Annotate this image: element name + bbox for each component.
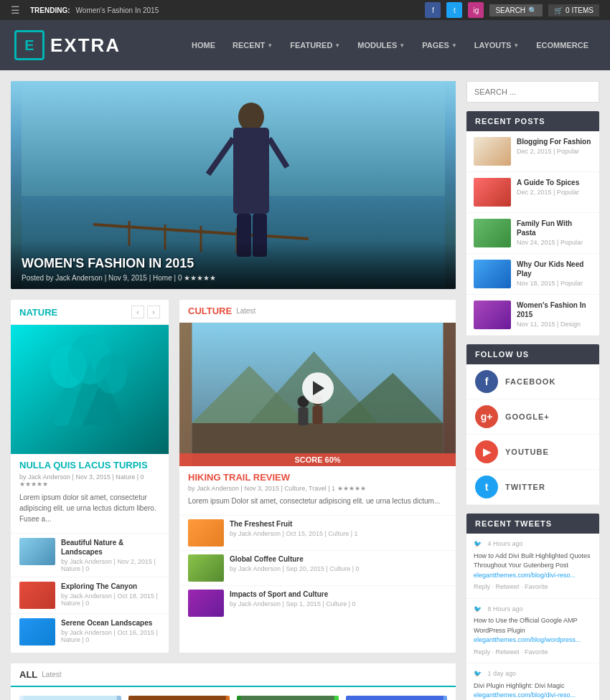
search-icon: 🔍 [528,6,537,14]
two-column-section: NATURE ‹ › [11,300,456,653]
tweet-time-1: 🐦 4 Hours ago [474,539,592,549]
culture-item-1-meta: by Jack Anderson | Oct 15, 2015 | Cultur… [230,530,447,537]
follow-twitter[interactable]: t TWITTER [466,470,599,505]
nature-svg [11,325,169,454]
nature-item-2-meta: by Jack Anderson | Oct 18, 2015 | Nature… [61,592,160,607]
nature-post-title[interactable]: NULLA QUIS LACUS TURPIS [11,454,169,473]
recent-title-3[interactable]: Family Fun With Pasta [517,219,592,237]
list-item: Impacts of Sport and Culture by Jack And… [179,585,456,620]
nature-featured-image [11,325,169,454]
nav-featured[interactable]: FEATURED ▼ [283,37,347,54]
follow-facebook[interactable]: f FACEBOOK [466,364,599,399]
search-button[interactable]: SEARCH 🔍 [489,4,543,16]
recent-title-4[interactable]: Why Our Kids Need Play [517,260,592,278]
recent-info-4: Why Our Kids Need Play Nov 18, 2015 | Po… [517,260,592,287]
logo-icon: E [14,30,44,60]
instagram-topbar-icon[interactable]: ig [468,2,484,18]
recent-info-2: A Guide To Spices Dec 2, 2015 | Popular [517,178,592,196]
follow-youtube[interactable]: ▶ YOUTUBE [466,435,599,470]
sidebar-search-input[interactable] [466,81,599,103]
list-item: Serene Ocean Landscapes by Jack Anderson… [11,613,169,650]
tweet-actions-2: Reply · Retweet · Favorite [474,648,592,658]
trending-link[interactable]: Women's Fashion In 2015 [76,6,159,14]
cart-button[interactable]: 🛒 0 ITEMS [548,4,599,16]
culture-item-1-title[interactable]: The Freshest Fruit [230,519,447,529]
all-subtitle: Latest [42,671,61,678]
tweet-link-1[interactable]: elegantthemes.com/blog/divi-reso... [474,572,576,579]
nature-item-3-title[interactable]: Serene Ocean Landscapes [61,618,160,628]
youtube-follow-icon: ▶ [475,440,498,463]
nature-section: NATURE ‹ › [11,300,169,653]
top-bar-right: f t ig SEARCH 🔍 🛒 0 ITEMS [425,2,599,18]
play-button[interactable] [302,372,334,404]
top-bar-left: ☰ TRENDING: Women's Fashion In 2015 [11,4,159,16]
culture-item-3-title[interactable]: Impacts of Sport and Culture [230,590,447,599]
nav-home[interactable]: HOME [184,37,222,54]
recent-post-5: Women's Fashion In 2015 Nov 11, 2015 | D… [466,295,599,336]
follow-facebook-label: FACEBOOK [505,377,555,386]
recent-thumb-5 [474,301,511,329]
nav-ecommerce[interactable]: ECOMMERCE [529,37,596,54]
tweet-link-2[interactable]: elegantthemes.com/blog/wordpress... [474,636,581,643]
cart-count: 0 ITEMS [566,6,593,14]
nature-item-2-content: Exploring The Canyon by Jack Anderson | … [61,582,160,607]
all-card-img-4 [346,696,448,700]
recent-meta-5: Nov 11, 2015 | Design [517,321,592,328]
svg-rect-29 [24,696,117,700]
culture-thumb-3 [188,590,224,617]
recent-title-5[interactable]: Women's Fashion In 2015 [517,301,592,319]
culture-header: CULTURE Latest [179,300,456,323]
nav-layouts[interactable]: LAYOUTS ▼ [467,37,526,54]
nav-modules[interactable]: MODULES ▼ [350,37,412,54]
score-badge: SCORE 60% [179,453,456,466]
all-card-img-3 [237,696,339,700]
culture-item-2-title[interactable]: Global Coffee Culture [230,554,447,564]
tweet-2: 🐦 8 Hours ago How to Use the Official Go… [466,599,599,664]
cart-icon: 🛒 [554,6,563,14]
hero-title: WOMEN'S FASHION IN 2015 [22,256,445,271]
tweets-header: RECENT TWEETS [466,514,599,534]
follow-googleplus[interactable]: g+ GOOGLE+ [466,399,599,435]
nature-item-2-title[interactable]: Exploring The Canyon [61,582,160,591]
list-item: The Freshest Fruit by Jack Anderson | Oc… [179,515,456,550]
culture-item-2-content: Global Coffee Culture by Jack Anderson |… [230,554,447,572]
logo[interactable]: E EXTRA [14,30,121,60]
recent-title-2[interactable]: A Guide To Spices [517,178,592,187]
nature-post-meta: by Jack Anderson | Nov 3, 2015 | Nature … [11,473,169,492]
culture-item-1-content: The Freshest Fruit by Jack Anderson | Oc… [230,519,447,537]
nature-item-1-title[interactable]: Beautiful Nature & Landscapes [61,538,160,557]
culture-thumb-2 [188,554,224,582]
nature-next-button[interactable]: › [147,306,160,318]
culture-list: The Freshest Fruit by Jack Anderson | Oc… [179,512,456,623]
sidebar-search [466,81,599,103]
nature-prev-button[interactable]: ‹ [131,306,144,318]
recent-title-1[interactable]: Blogging For Fashion [517,137,592,146]
hamburger-icon[interactable]: ☰ [11,4,20,16]
culture-post-title[interactable]: HIKING TRAIL REVIEW [179,466,456,485]
recent-meta-1: Dec 2, 2015 | Popular [517,148,592,155]
all-section-header: ALL Latest [11,663,456,687]
recent-meta-3: Nov 24, 2015 | Popular [517,239,592,246]
twitter-icon-1: 🐦 [474,540,482,547]
recent-post-2: A Guide To Spices Dec 2, 2015 | Popular [466,172,599,213]
search-label: SEARCH [495,6,525,14]
list-item: Beautiful Nature & Landscapes by Jack An… [11,533,169,577]
tweets-section: RECENT TWEETS 🐦 4 Hours ago How to Add D… [466,514,599,700]
nature-list: Beautiful Nature & Landscapes by Jack An… [11,530,169,653]
tweet-link-3[interactable]: elegantthemes.com/blog/divi-reso... [474,691,576,699]
play-icon [313,381,324,395]
follow-youtube-label: YOUTUBE [505,448,549,456]
recent-info-3: Family Fun With Pasta Nov 24, 2015 | Pop… [517,219,592,246]
nav-pages[interactable]: PAGES ▼ [415,37,464,54]
nature-post-excerpt: Lorem ipsum dolor sit amet, consectetur … [11,492,169,530]
nature-item-3-meta: by Jack Anderson | Oct 16, 2015 | Nature… [61,629,160,643]
culture-item-3-meta: by Jack Anderson | Sep 1, 2015 | Culture… [230,600,447,607]
facebook-topbar-icon[interactable]: f [425,2,441,18]
nav-recent[interactable]: RECENT ▼ [225,37,280,54]
twitter-topbar-icon[interactable]: t [446,2,462,18]
twitter-icon-2: 🐦 [474,605,482,612]
all-card-img-1 [19,696,121,700]
follow-us-section: FOLLOW US f FACEBOOK g+ GOOGLE+ ▶ YOUTUB… [466,344,599,505]
recent-meta-2: Dec 2, 2015 | Popular [517,189,592,196]
svg-rect-46 [349,696,443,700]
